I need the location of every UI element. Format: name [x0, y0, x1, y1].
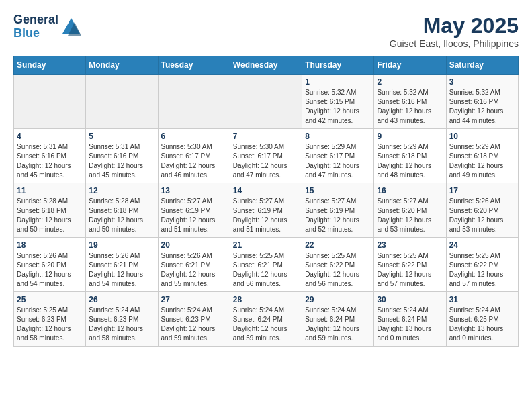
- calendar-cell: 15Sunrise: 5:27 AM Sunset: 6:19 PM Dayli…: [302, 183, 374, 238]
- calendar-cell: 4Sunrise: 5:31 AM Sunset: 6:16 PM Daylig…: [14, 129, 86, 183]
- day-number: 15: [305, 186, 371, 195]
- calendar-cell: 21Sunrise: 5:25 AM Sunset: 6:21 PM Dayli…: [230, 238, 302, 292]
- day-number: 5: [89, 132, 154, 141]
- calendar-cell: 14Sunrise: 5:27 AM Sunset: 6:19 PM Dayli…: [230, 183, 302, 238]
- day-number: 19: [89, 240, 154, 250]
- calendar-cell: 30Sunrise: 5:24 AM Sunset: 6:24 PM Dayli…: [374, 292, 446, 347]
- logo-icon: [61, 17, 81, 37]
- day-number: 1: [305, 77, 371, 87]
- calendar-cell: 5Sunrise: 5:31 AM Sunset: 6:16 PM Daylig…: [86, 129, 158, 183]
- day-info: Sunrise: 5:26 AM Sunset: 6:21 PM Dayligh…: [89, 251, 154, 289]
- calendar-cell: 20Sunrise: 5:26 AM Sunset: 6:21 PM Dayli…: [158, 238, 230, 292]
- weekday-header: Sunday: [14, 56, 86, 75]
- day-info: Sunrise: 5:25 AM Sunset: 6:23 PM Dayligh…: [17, 306, 83, 343]
- day-number: 12: [89, 186, 154, 195]
- day-info: Sunrise: 5:29 AM Sunset: 6:18 PM Dayligh…: [449, 142, 515, 180]
- day-number: 26: [89, 295, 154, 304]
- day-number: 16: [377, 186, 443, 195]
- calendar-cell: [14, 75, 86, 129]
- day-number: 25: [17, 295, 83, 304]
- day-number: 31: [449, 295, 515, 304]
- day-number: 24: [449, 240, 515, 250]
- calendar-cell: 28Sunrise: 5:24 AM Sunset: 6:24 PM Dayli…: [230, 292, 302, 347]
- calendar-cell: 11Sunrise: 5:28 AM Sunset: 6:18 PM Dayli…: [14, 183, 86, 238]
- calendar-cell: 23Sunrise: 5:25 AM Sunset: 6:22 PM Dayli…: [374, 238, 446, 292]
- day-info: Sunrise: 5:27 AM Sunset: 6:19 PM Dayligh…: [305, 197, 371, 234]
- day-info: Sunrise: 5:24 AM Sunset: 6:25 PM Dayligh…: [449, 306, 515, 343]
- calendar-cell: [86, 75, 158, 129]
- day-number: 17: [449, 186, 515, 195]
- day-number: 9: [377, 132, 443, 141]
- day-info: Sunrise: 5:26 AM Sunset: 6:20 PM Dayligh…: [17, 251, 83, 289]
- day-number: 22: [305, 240, 371, 250]
- weekday-header: Saturday: [446, 56, 518, 75]
- weekday-header: Tuesday: [158, 56, 230, 75]
- logo-text: GeneralBlue: [13, 13, 58, 40]
- title-area: May 2025 Guiset East, Ilocos, Philippine…: [390, 13, 519, 49]
- day-number: 7: [233, 132, 299, 141]
- day-number: 20: [161, 240, 227, 250]
- day-number: 3: [449, 77, 515, 87]
- day-number: 28: [233, 295, 299, 304]
- calendar-week-row: 1Sunrise: 5:32 AM Sunset: 6:15 PM Daylig…: [14, 75, 519, 129]
- day-info: Sunrise: 5:30 AM Sunset: 6:17 PM Dayligh…: [161, 142, 227, 180]
- day-info: Sunrise: 5:31 AM Sunset: 6:16 PM Dayligh…: [17, 142, 83, 180]
- day-info: Sunrise: 5:27 AM Sunset: 6:19 PM Dayligh…: [233, 197, 299, 234]
- day-number: 23: [377, 240, 443, 250]
- weekday-header: Friday: [374, 56, 446, 75]
- day-info: Sunrise: 5:28 AM Sunset: 6:18 PM Dayligh…: [17, 197, 83, 234]
- calendar-cell: 3Sunrise: 5:32 AM Sunset: 6:16 PM Daylig…: [446, 75, 518, 129]
- day-info: Sunrise: 5:25 AM Sunset: 6:22 PM Dayligh…: [377, 251, 443, 289]
- weekday-header: Wednesday: [230, 56, 302, 75]
- day-info: Sunrise: 5:29 AM Sunset: 6:18 PM Dayligh…: [377, 142, 443, 180]
- logo: GeneralBlue: [13, 13, 81, 40]
- calendar-cell: 9Sunrise: 5:29 AM Sunset: 6:18 PM Daylig…: [374, 129, 446, 183]
- day-info: Sunrise: 5:26 AM Sunset: 6:20 PM Dayligh…: [449, 197, 515, 234]
- calendar-header-row: SundayMondayTuesdayWednesdayThursdayFrid…: [14, 56, 519, 75]
- calendar-cell: 16Sunrise: 5:27 AM Sunset: 6:20 PM Dayli…: [374, 183, 446, 238]
- day-info: Sunrise: 5:27 AM Sunset: 6:19 PM Dayligh…: [161, 197, 227, 234]
- calendar-week-row: 18Sunrise: 5:26 AM Sunset: 6:20 PM Dayli…: [14, 238, 519, 292]
- day-info: Sunrise: 5:31 AM Sunset: 6:16 PM Dayligh…: [89, 142, 154, 180]
- calendar-cell: 19Sunrise: 5:26 AM Sunset: 6:21 PM Dayli…: [86, 238, 158, 292]
- calendar-cell: 12Sunrise: 5:28 AM Sunset: 6:18 PM Dayli…: [86, 183, 158, 238]
- weekday-header: Monday: [86, 56, 158, 75]
- day-info: Sunrise: 5:32 AM Sunset: 6:16 PM Dayligh…: [377, 88, 443, 126]
- calendar-title: May 2025: [390, 13, 519, 38]
- day-number: 11: [17, 186, 83, 195]
- calendar-cell: [230, 75, 302, 129]
- calendar-subtitle: Guiset East, Ilocos, Philippines: [390, 38, 519, 49]
- day-number: 14: [233, 186, 299, 195]
- day-number: 29: [305, 295, 371, 304]
- calendar-cell: 22Sunrise: 5:25 AM Sunset: 6:22 PM Dayli…: [302, 238, 374, 292]
- calendar-cell: 24Sunrise: 5:25 AM Sunset: 6:22 PM Dayli…: [446, 238, 518, 292]
- calendar-cell: 26Sunrise: 5:24 AM Sunset: 6:23 PM Dayli…: [86, 292, 158, 347]
- calendar-cell: 1Sunrise: 5:32 AM Sunset: 6:15 PM Daylig…: [302, 75, 374, 129]
- weekday-header: Thursday: [302, 56, 374, 75]
- calendar-cell: 10Sunrise: 5:29 AM Sunset: 6:18 PM Dayli…: [446, 129, 518, 183]
- calendar-week-row: 25Sunrise: 5:25 AM Sunset: 6:23 PM Dayli…: [14, 292, 519, 347]
- calendar-cell: 8Sunrise: 5:29 AM Sunset: 6:17 PM Daylig…: [302, 129, 374, 183]
- calendar-cell: 25Sunrise: 5:25 AM Sunset: 6:23 PM Dayli…: [14, 292, 86, 347]
- day-info: Sunrise: 5:30 AM Sunset: 6:17 PM Dayligh…: [233, 142, 299, 180]
- day-number: 6: [161, 132, 227, 141]
- day-number: 18: [17, 240, 83, 250]
- calendar-week-row: 11Sunrise: 5:28 AM Sunset: 6:18 PM Dayli…: [14, 183, 519, 238]
- calendar-cell: 7Sunrise: 5:30 AM Sunset: 6:17 PM Daylig…: [230, 129, 302, 183]
- calendar-cell: 18Sunrise: 5:26 AM Sunset: 6:20 PM Dayli…: [14, 238, 86, 292]
- calendar-header: GeneralBlue May 2025 Guiset East, Ilocos…: [13, 13, 519, 49]
- calendar-body: 1Sunrise: 5:32 AM Sunset: 6:15 PM Daylig…: [14, 75, 519, 347]
- day-info: Sunrise: 5:26 AM Sunset: 6:21 PM Dayligh…: [161, 251, 227, 289]
- day-info: Sunrise: 5:32 AM Sunset: 6:16 PM Dayligh…: [449, 88, 515, 126]
- calendar-cell: 29Sunrise: 5:24 AM Sunset: 6:24 PM Dayli…: [302, 292, 374, 347]
- day-number: 21: [233, 240, 299, 250]
- day-info: Sunrise: 5:24 AM Sunset: 6:24 PM Dayligh…: [305, 306, 371, 343]
- day-number: 2: [377, 77, 443, 87]
- day-info: Sunrise: 5:25 AM Sunset: 6:22 PM Dayligh…: [305, 251, 371, 289]
- day-info: Sunrise: 5:24 AM Sunset: 6:23 PM Dayligh…: [161, 306, 227, 343]
- calendar-table: SundayMondayTuesdayWednesdayThursdayFrid…: [13, 56, 519, 347]
- day-number: 8: [305, 132, 371, 141]
- day-number: 27: [161, 295, 227, 304]
- calendar-cell: 27Sunrise: 5:24 AM Sunset: 6:23 PM Dayli…: [158, 292, 230, 347]
- calendar-cell: 6Sunrise: 5:30 AM Sunset: 6:17 PM Daylig…: [158, 129, 230, 183]
